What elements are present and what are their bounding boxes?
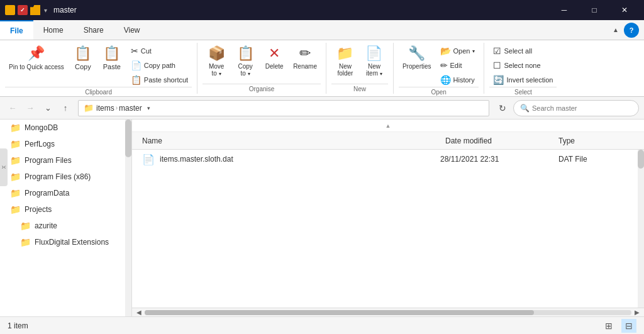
ribbon-collapse-button[interactable]: ▲: [610, 26, 621, 33]
file-list-scroll-thumb: [638, 150, 644, 169]
forward-button[interactable]: →: [23, 101, 38, 116]
sidebar: 📁 MongoDB 📁 PerfLogs 📁 Program Files 📁 P…: [0, 120, 132, 316]
sidebar-item-azurite[interactable]: 📁 azurite: [0, 218, 131, 234]
address-path-master[interactable]: master: [119, 104, 142, 113]
sort-indicator-area: ▲: [132, 120, 644, 132]
move-to-button[interactable]: 📦 Moveto ▾: [203, 44, 230, 79]
new-item-button[interactable]: 📄 Newitem ▾: [360, 44, 388, 79]
new-item-icon: 📄: [365, 47, 382, 60]
history-icon: 🌐: [440, 75, 451, 85]
address-path-items[interactable]: items: [96, 104, 114, 113]
clipboard-buttons: 📌 Pin to Quick access 📋 Copy 📋 Paste ✂ C…: [5, 44, 192, 87]
cut-button[interactable]: ✂ Cut: [127, 44, 192, 58]
search-bar: 🔍: [513, 100, 639, 116]
file-list: ▲ Name Date modified Type 📄 items.master…: [132, 120, 644, 316]
file-list-scroll: 📄 items.master.sloth.dat 28/11/2021 22:3…: [132, 150, 644, 308]
ribbon-group-clipboard: 📌 Pin to Quick access 📋 Copy 📋 Paste ✂ C…: [0, 43, 197, 94]
search-input[interactable]: [532, 104, 632, 112]
open-icon: 📂: [440, 46, 451, 56]
title-icon-red: ✓: [18, 5, 28, 15]
help-button[interactable]: ?: [624, 23, 639, 38]
invert-selection-button[interactable]: 🔄 Invert selection: [489, 73, 557, 87]
sidebar-item-perflogs[interactable]: 📁 PerfLogs: [0, 136, 131, 152]
folder-icon: 📁: [10, 139, 21, 149]
new-folder-button[interactable]: 📁 Newfolder: [331, 44, 359, 79]
sidebar-scrollbar[interactable]: [125, 120, 131, 316]
left-edge-tab[interactable]: ›‹: [0, 148, 8, 186]
ribbon-tabs: File Home Share View ▲ ?: [0, 20, 644, 40]
ribbon-group-select: ☑ Select all ☐ Select none 🔄 Invert sele…: [484, 43, 562, 94]
delete-button[interactable]: ✕ Delete: [260, 44, 288, 72]
sidebar-item-projects[interactable]: 📁 Projects: [0, 201, 131, 218]
delete-icon: ✕: [269, 47, 280, 60]
col-header-type[interactable]: Type: [558, 136, 634, 145]
col-header-date[interactable]: Date modified: [445, 136, 558, 145]
properties-button[interactable]: 🔧 Properties: [399, 44, 435, 72]
folder-icon: 📁: [10, 204, 21, 214]
nav-bar: ← → ⌄ ↑ 📁 items › master ▾ ↻ 🔍: [0, 97, 644, 120]
main-content: 📁 MongoDB 📁 PerfLogs 📁 Program Files 📁 P…: [0, 120, 644, 316]
clipboard-group-label: Clipboard: [5, 87, 192, 96]
back-button[interactable]: ←: [5, 101, 20, 116]
file-list-scrollbar[interactable]: [638, 150, 644, 308]
edit-button[interactable]: ✏ Edit: [436, 58, 479, 72]
minimize-button[interactable]: ─: [550, 0, 579, 20]
move-to-icon: 📦: [208, 47, 225, 60]
tab-view[interactable]: View: [114, 20, 150, 40]
copy-to-button[interactable]: 📋 Copyto ▾: [231, 44, 259, 79]
tab-share[interactable]: Share: [74, 20, 114, 40]
ribbon: 📌 Pin to Quick access 📋 Copy 📋 Paste ✂ C…: [0, 40, 644, 97]
col-header-name[interactable]: Name: [142, 136, 445, 145]
up-button[interactable]: ↑: [58, 101, 73, 116]
file-list-header: Name Date modified Type: [132, 132, 644, 150]
folder-icon: 📁: [20, 221, 31, 231]
file-type: DAT File: [558, 155, 634, 164]
h-scroll-right-button[interactable]: ▶: [633, 308, 641, 317]
refresh-button[interactable]: ↻: [494, 100, 511, 116]
address-chevron-1: ›: [116, 104, 118, 111]
table-row[interactable]: 📄 items.master.sloth.dat 28/11/2021 22:3…: [132, 150, 644, 169]
sidebar-item-label: Projects: [25, 205, 52, 214]
view-large-button[interactable]: ⊟: [621, 319, 636, 333]
history-button[interactable]: 🌐 History: [436, 73, 479, 87]
paste-shortcut-button[interactable]: 📋 Paste shortcut: [127, 73, 192, 87]
title-bar: ✓ ▾ master ─ □ ✕: [0, 0, 644, 20]
recent-locations-button[interactable]: ⌄: [40, 101, 55, 116]
select-all-button[interactable]: ☑ Select all: [489, 44, 557, 58]
select-none-button[interactable]: ☐ Select none: [489, 58, 557, 72]
address-bar[interactable]: 📁 items › master ▾: [78, 100, 489, 116]
ribbon-group-organise: 📦 Moveto ▾ 📋 Copyto ▾ ✕ Delete ✏ Rename …: [197, 43, 326, 94]
maximize-button[interactable]: □: [580, 0, 609, 20]
folder-icon: 📁: [10, 155, 21, 165]
paste-button[interactable]: 📋 Paste: [98, 44, 126, 73]
rename-button[interactable]: ✏ Rename: [289, 44, 321, 72]
sidebar-item-programfiles[interactable]: 📁 Program Files: [0, 152, 131, 169]
sidebar-item-programdata[interactable]: 📁 ProgramData: [0, 185, 131, 201]
tab-file[interactable]: File: [0, 20, 33, 40]
title-icon-folder: [30, 5, 40, 15]
address-dropdown-button[interactable]: ▾: [147, 105, 150, 111]
h-scroll-left-button[interactable]: ◀: [135, 308, 143, 317]
copy-button[interactable]: 📋 Copy: [69, 44, 97, 73]
paste-shortcut-icon: 📋: [131, 75, 142, 85]
tab-home[interactable]: Home: [33, 20, 74, 40]
search-icon: 🔍: [520, 104, 530, 113]
select-group-label: Select: [489, 87, 557, 96]
close-button[interactable]: ✕: [610, 0, 639, 20]
open-buttons: 🔧 Properties 📂 Open ▾ ✏ Edit 🌐 History: [399, 44, 479, 87]
pin-icon: 📌: [28, 47, 45, 60]
copy-icon: 📋: [74, 47, 91, 60]
sidebar-item-mongodb[interactable]: 📁 MongoDB: [0, 120, 131, 136]
sidebar-item-fluxdigital[interactable]: 📁 FluxDigital Extensions: [0, 234, 131, 250]
folder-icon: 📁: [10, 123, 21, 133]
copy-path-button[interactable]: 📄 Copy path: [127, 58, 192, 72]
sidebar-item-programfiles-x86[interactable]: 📁 Program Files (x86): [0, 169, 131, 185]
edit-icon: ✏: [440, 60, 448, 70]
open-button[interactable]: 📂 Open ▾: [436, 44, 479, 58]
view-details-button[interactable]: ⊞: [601, 319, 616, 333]
sidebar-item-label: azurite: [35, 221, 57, 230]
title-bar-controls: ─ □ ✕: [550, 0, 639, 20]
pin-to-quick-access-button[interactable]: 📌 Pin to Quick access: [5, 44, 68, 74]
horizontal-scrollbar[interactable]: ◀ ▶: [132, 308, 644, 316]
new-group-label: New: [331, 84, 388, 92]
